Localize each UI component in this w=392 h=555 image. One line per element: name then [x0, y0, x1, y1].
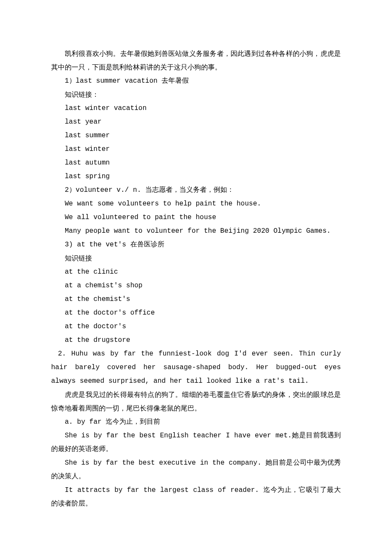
link1-line: last winter	[65, 142, 341, 156]
link3-line: at the clinic	[65, 265, 341, 279]
link3-line: at a chemist's shop	[65, 279, 341, 292]
item2-line: We want some volunteers to help paint th…	[65, 197, 341, 211]
item-3-header: 3) at the vet's 在兽医诊所	[65, 238, 341, 251]
document-page: 凯利很喜欢小狗。去年暑假她到兽医站做义务服务者，因此遇到过各种各样的小狗，虎虎是…	[0, 0, 392, 555]
link1-line: last spring	[65, 170, 341, 183]
knowledge-link-label: 知识链接	[65, 251, 341, 265]
intro-paragraph: 凯利很喜欢小狗。去年暑假她到兽医站做义务服务者，因此遇到过各种各样的小狗，虎虎是…	[51, 47, 341, 74]
link3-line: at the drugstore	[65, 333, 341, 347]
link1-line: last winter vacation	[65, 101, 341, 115]
item-1-block: 1）last summer vacation 去年暑假 知识链接： last w…	[51, 74, 341, 347]
example-sentence: It attracts by far the largest class of …	[51, 483, 341, 511]
item2-line: Many people want to volunteer for the Be…	[65, 224, 341, 238]
link3-line: at the chemist's	[65, 292, 341, 306]
item-2-header: 2）volunteer v./ n. 当志愿者，当义务者，例如：	[65, 183, 341, 197]
subitem-a-block: a. by far 迄今为止，到目前	[51, 415, 341, 429]
link3-line: at the doctor's office	[65, 306, 341, 320]
example-sentence: She is by far the best English teacher I…	[51, 429, 341, 456]
link1-line: last autumn	[65, 156, 341, 170]
link1-line: last summer	[65, 129, 341, 142]
link1-line: last year	[65, 115, 341, 129]
subitem-a-header: a. by far 迄今为止，到目前	[65, 415, 341, 429]
knowledge-link-label: 知识链接：	[65, 88, 341, 101]
example-sentence: She is by far the best executive in the …	[51, 456, 341, 483]
section-2-chinese: 虎虎是我见过的长得最有特点的狗了。细细的卷毛覆盖住它香肠式的身体，突出的眼球总是…	[51, 388, 341, 415]
section-2-english: 2. Huhu was by far the funniest-look dog…	[51, 347, 341, 388]
item-1-header: 1）last summer vacation 去年暑假	[65, 74, 341, 88]
link3-line: at the doctor's	[65, 320, 341, 333]
item2-line: We all volunteered to paint the house	[65, 211, 341, 224]
